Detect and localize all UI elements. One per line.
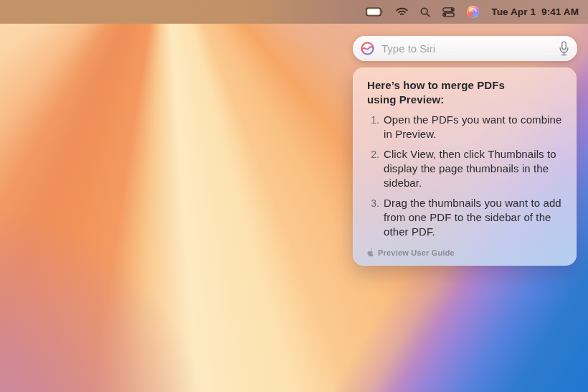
siri-icon[interactable] [467, 0, 479, 24]
response-heading: Here’s how to merge PDFs using Preview: [367, 78, 566, 107]
battery-icon[interactable] [366, 0, 384, 24]
siri-icon [360, 41, 375, 56]
response-heading-line: Here’s how to merge PDFs [367, 78, 566, 93]
siri-text-input[interactable] [381, 42, 552, 55]
step-text: Drag the thumbnails you want to add from… [384, 196, 566, 239]
steps-list: 1. Open the PDFs you want to combine in … [367, 113, 566, 239]
step-text: Click View, then click Thumbnails to dis… [384, 147, 566, 190]
source-link-preview-user-guide[interactable]: Preview User Guide [367, 248, 566, 257]
list-item: 1. Open the PDFs you want to combine in … [367, 113, 566, 141]
list-item: 2. Click View, then click Thumbnails to … [367, 147, 566, 190]
siri-response-card: Here’s how to merge PDFs using Preview: … [353, 67, 577, 266]
response-heading-line: using Preview: [367, 93, 566, 107]
source-label: Preview User Guide [378, 248, 455, 257]
menu-bar-date: Tue Apr 1 [491, 6, 536, 17]
wifi-icon[interactable] [396, 0, 408, 24]
step-number: 1. [367, 113, 379, 141]
control-center-icon[interactable] [442, 0, 455, 24]
step-text: Open the PDFs you want to combine in Pre… [384, 113, 566, 141]
step-number: 2. [367, 147, 379, 190]
apple-logo-icon [367, 248, 374, 257]
microphone-icon[interactable] [559, 41, 569, 56]
menu-bar: Tue Apr 1 9:41 AM [0, 0, 588, 24]
siri-panel: Here’s how to merge PDFs using Preview: … [353, 36, 577, 266]
siri-input-pill[interactable] [353, 36, 577, 61]
menu-bar-time: 9:41 AM [541, 6, 579, 17]
step-number: 3. [367, 196, 379, 239]
list-item: 3. Drag the thumbnails you want to add f… [367, 196, 566, 239]
spotlight-search-icon[interactable] [420, 0, 430, 24]
menu-bar-clock[interactable]: Tue Apr 1 9:41 AM [491, 6, 579, 17]
